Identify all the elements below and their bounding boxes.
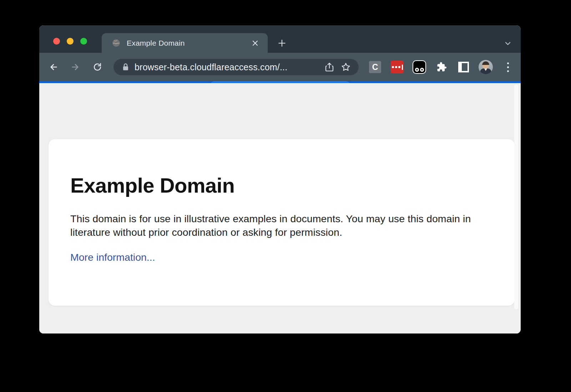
side-panel-icon[interactable] bbox=[456, 59, 471, 75]
three-dot-menu-icon[interactable] bbox=[501, 59, 515, 75]
forward-button[interactable] bbox=[68, 60, 82, 74]
reload-button[interactable] bbox=[90, 60, 105, 74]
example-domain-card: Example Domain This domain is for use in… bbox=[49, 139, 515, 306]
new-tab-button[interactable] bbox=[276, 37, 288, 50]
tab-strip: Example Domain bbox=[39, 25, 521, 53]
extensions-row: C bbox=[368, 59, 515, 75]
close-window-button[interactable] bbox=[53, 38, 60, 45]
page-heading: Example Domain bbox=[70, 173, 490, 197]
extension-c-icon[interactable]: C bbox=[368, 59, 382, 75]
browser-window: Example Domain bbox=[39, 25, 521, 334]
desktop-background: Example Domain bbox=[0, 0, 571, 392]
share-icon[interactable] bbox=[324, 61, 335, 73]
vertical-scrollbar[interactable] bbox=[514, 85, 518, 309]
lastpass-extension-icon[interactable] bbox=[390, 59, 404, 75]
tab-close-icon[interactable] bbox=[250, 38, 261, 49]
glasses-extension-icon[interactable] bbox=[412, 59, 426, 75]
extensions-puzzle-icon[interactable] bbox=[434, 59, 449, 75]
more-information-link[interactable]: More information... bbox=[70, 251, 155, 263]
bookmark-star-icon[interactable] bbox=[340, 61, 352, 73]
window-controls bbox=[53, 38, 87, 45]
zoom-window-button[interactable] bbox=[80, 38, 87, 45]
lock-icon[interactable] bbox=[122, 63, 129, 71]
url-text: browser-beta.cloudflareaccess.com/... bbox=[135, 62, 319, 72]
page-paragraph: This domain is for use in illustrative e… bbox=[70, 212, 481, 239]
back-button[interactable] bbox=[46, 60, 61, 74]
chevron-down-icon[interactable] bbox=[503, 39, 513, 49]
active-tab[interactable]: Example Domain bbox=[102, 33, 268, 53]
page-viewport: Example Domain This domain is for use in… bbox=[39, 83, 521, 334]
tab-title: Example Domain bbox=[127, 39, 250, 47]
minimize-window-button[interactable] bbox=[67, 38, 74, 45]
browser-toolbar: browser-beta.cloudflareaccess.com/... C bbox=[39, 53, 521, 81]
profile-avatar[interactable] bbox=[479, 59, 493, 75]
address-bar[interactable]: browser-beta.cloudflareaccess.com/... bbox=[113, 59, 359, 75]
globe-favicon-icon bbox=[112, 39, 121, 47]
